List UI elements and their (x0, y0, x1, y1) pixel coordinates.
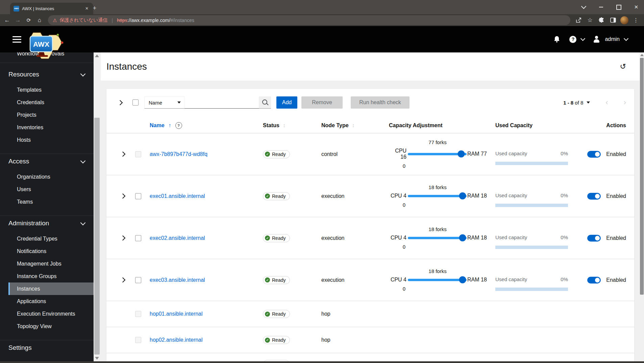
run-health-check-button[interactable]: Run health check (351, 96, 410, 109)
awx-logo[interactable]: AWX (24, 27, 65, 60)
username: admin (605, 36, 620, 42)
scroll-up-arrow-icon[interactable] (95, 54, 99, 57)
sidebar-item-templates[interactable]: Templates (0, 84, 94, 96)
expand-row-icon[interactable] (120, 235, 125, 241)
instance-name-link[interactable]: hop01.ansible.internal (150, 311, 203, 317)
scroll-down-arrow-icon[interactable] (95, 357, 99, 360)
column-header-name[interactable]: Name (150, 122, 263, 129)
sidebar-group-label: Resources (8, 71, 39, 78)
sidebar-item-credentials[interactable]: Credentials (0, 96, 94, 109)
forks-label: 18 forks (408, 184, 467, 190)
instance-name-link[interactable]: hop02.ansible.internal (150, 337, 203, 343)
capacity-slider[interactable] (408, 195, 467, 197)
instance-name-link[interactable]: exec02.ansible.internal (150, 235, 205, 241)
sidebar-item-inventories[interactable]: Inventories (0, 121, 94, 134)
scroll-up-arrow-icon[interactable] (640, 54, 644, 56)
sidebar-scrollbar[interactable] (94, 52, 101, 363)
tab-close-icon[interactable] (84, 5, 90, 12)
enabled-toggle[interactable] (587, 277, 601, 283)
not-secure-label[interactable]: 保護されていない通信 (60, 17, 108, 23)
enabled-toggle[interactable] (587, 193, 601, 200)
sidebar-item-users[interactable]: Users (0, 183, 94, 196)
column-header-status[interactable]: Status (263, 122, 321, 129)
expand-row-icon[interactable] (120, 277, 125, 283)
sidebar-item-management-jobs[interactable]: Management Jobs (0, 257, 94, 270)
main-scrollbar-thumb[interactable] (640, 58, 644, 295)
slider-knob[interactable] (459, 234, 466, 242)
sidebar-item-instance-groups[interactable]: Instance Groups (0, 270, 94, 282)
row-checkbox[interactable] (135, 277, 141, 283)
previous-page-icon[interactable] (605, 99, 608, 106)
sidebar-group-settings[interactable]: Settings (0, 340, 94, 355)
sidebar-item-instances[interactable]: Instances (8, 282, 94, 295)
sidebar-item-notifications[interactable]: Notifications (0, 245, 94, 257)
select-all-checkbox[interactable] (132, 99, 139, 106)
browser-tab[interactable]: AWX AWX | Instances (10, 3, 93, 14)
row-checkbox[interactable] (135, 193, 141, 199)
enabled-toggle[interactable] (587, 151, 601, 158)
help-menu[interactable] (569, 36, 585, 43)
extensions-icon[interactable] (597, 16, 605, 24)
nav-toggle-hamburger-icon[interactable] (13, 36, 21, 43)
filter-key-select[interactable]: Name (144, 96, 184, 109)
enabled-toggle[interactable] (587, 235, 601, 242)
capacity-slider[interactable] (408, 153, 467, 155)
not-secure-warning-icon[interactable] (53, 18, 57, 23)
new-tab-button[interactable] (91, 4, 99, 12)
check-icon: ✓ (265, 194, 270, 199)
window-maximize-button[interactable] (614, 3, 623, 12)
instance-name-link[interactable]: exec03.ansible.internal (150, 277, 205, 283)
main-scrollbar[interactable] (640, 52, 644, 363)
share-icon[interactable] (574, 16, 583, 24)
sidebar-item-credential-types[interactable]: Credential Types (0, 232, 94, 245)
sidebar-item-applications[interactable]: Applications (0, 295, 94, 308)
sidebar-item-execution-environments[interactable]: Execution Environments (0, 308, 94, 320)
user-menu[interactable]: admin (593, 36, 628, 43)
sidebar-item-hosts[interactable]: Hosts (0, 134, 94, 146)
capacity-value: 0 (399, 286, 409, 292)
forward-icon[interactable] (14, 16, 22, 25)
name-help-icon[interactable] (175, 122, 182, 129)
sidebar-group-resources[interactable]: Resources (0, 67, 94, 82)
home-icon[interactable] (35, 16, 44, 25)
sidebar-scrollbar-thumb[interactable] (94, 118, 100, 355)
reload-icon[interactable] (24, 16, 33, 25)
sidebar-item-projects[interactable]: Projects (0, 109, 94, 121)
search-input[interactable] (184, 96, 259, 109)
expand-all-icon[interactable] (115, 101, 125, 105)
expand-row-icon[interactable] (120, 194, 125, 199)
tab-search-icon[interactable] (579, 3, 588, 12)
bookmark-star-icon[interactable] (586, 16, 594, 24)
slider-knob[interactable] (459, 192, 466, 200)
sidebar-item-organizations[interactable]: Organizations (0, 171, 94, 183)
add-button[interactable]: Add (276, 96, 297, 109)
address-bar[interactable]: 保護されていない通信 | https://awx.example.com/#/i… (48, 15, 570, 25)
side-panel-icon[interactable] (609, 16, 617, 24)
instance-name-link[interactable]: exec01.ansible.internal (150, 193, 205, 199)
search-button[interactable] (259, 96, 271, 109)
sidebar-item-topology-view[interactable]: Topology View (0, 320, 94, 333)
expand-row-icon[interactable] (120, 152, 125, 157)
history-icon[interactable] (620, 62, 626, 71)
window-minimize-button[interactable] (597, 3, 605, 12)
slider-knob[interactable] (458, 151, 465, 158)
sidebar-group-administration[interactable]: Administration (0, 216, 94, 231)
next-page-icon[interactable] (624, 99, 626, 106)
notifications-bell-icon[interactable] (553, 36, 561, 43)
slider-knob[interactable] (459, 276, 466, 283)
node-type: execution (321, 277, 389, 283)
help-icon[interactable] (569, 36, 576, 43)
sidebar-group-access[interactable]: Access (0, 154, 94, 169)
remove-button[interactable]: Remove (301, 96, 343, 109)
browser-menu-icon[interactable] (632, 16, 640, 24)
column-header-node-type[interactable]: Node Type (321, 122, 389, 129)
browser-profile-avatar[interactable] (620, 16, 628, 24)
capacity-slider[interactable] (408, 237, 467, 239)
pagination-range-dropdown[interactable]: 1 - 8 of 8 (563, 100, 590, 106)
instance-name-link[interactable]: awx-7b897b477d-wd8fq (150, 151, 207, 157)
sidebar-item-teams[interactable]: Teams (0, 196, 94, 208)
capacity-slider[interactable] (408, 279, 467, 281)
row-checkbox[interactable] (135, 235, 141, 241)
back-icon[interactable] (3, 16, 11, 25)
window-close-button[interactable] (632, 3, 641, 12)
